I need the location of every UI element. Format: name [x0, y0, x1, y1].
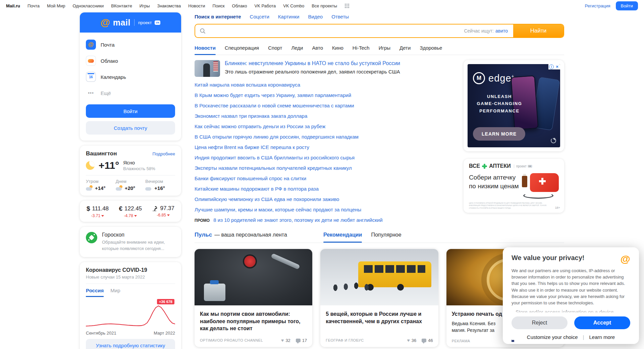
covid-tab-world[interactable]: Мир	[110, 288, 120, 297]
pulse-tab-recommendations[interactable]: Рекомендации	[323, 232, 362, 238]
news-link[interactable]: Экономист назвал три признака заката дол…	[195, 113, 307, 119]
promo-news-link[interactable]: 8 из 10 родителей не знают этого, поэтом…	[213, 217, 382, 223]
news-link[interactable]: Китай накрыла новая вспышка коронавируса	[195, 82, 300, 88]
register-link[interactable]: Регистрация	[585, 3, 610, 8]
sidebar-item-calendar[interactable]: Календарь	[86, 69, 175, 85]
cookie-dialog-title: We value your privacy!	[512, 254, 585, 262]
nav-moymir[interactable]: Мой Мир	[47, 3, 65, 8]
news-tab-igry[interactable]: Игры	[379, 45, 390, 51]
customize-choice-link[interactable]: Customize your choice	[527, 334, 578, 340]
search-tab-images[interactable]: Картинки	[278, 14, 300, 19]
news-link[interactable]: Эксперты назвали потенциальных получател…	[195, 165, 352, 171]
main-headline[interactable]: Блинкен: невступление Украины в НАТО не …	[195, 60, 449, 77]
news-item: Банки фиксируют повышенный спрос на слит…	[195, 176, 449, 182]
pulse-card-auto[interactable]: Как мы портим свои автомобили: наиболее …	[195, 249, 312, 347]
search-submit-button[interactable]: Найти	[513, 24, 564, 37]
pulse-title-link[interactable]: Пульс	[195, 232, 212, 238]
comment-icon	[296, 339, 301, 342]
learn-more-button[interactable]: LEARN MORE	[473, 127, 525, 141]
news-tab-deti[interactable]: Дети	[399, 45, 411, 51]
news-link[interactable]: Банки фиксируют повышенный спрос на слит…	[195, 176, 306, 181]
news-link[interactable]: Олимпийскую чемпионку из США едва не пох…	[195, 196, 339, 202]
news-tab-novosti[interactable]: Новости	[195, 45, 216, 51]
nav-oblako[interactable]: Облако	[232, 3, 247, 8]
comments-stat[interactable]: 46	[422, 338, 433, 343]
covid-stats-button[interactable]: Узнать подробную статистику	[86, 339, 175, 349]
sidebar-item-more[interactable]: Ещё	[86, 85, 175, 101]
search-tab-video[interactable]: Видео	[308, 14, 323, 19]
sidebar-login-button[interactable]: Войти	[86, 104, 175, 118]
nav-vse-proekty[interactable]: Все проекты	[312, 3, 337, 8]
news-tab-ledi[interactable]: Леди	[291, 45, 303, 51]
nav-vk-combo[interactable]: VK Combo	[283, 3, 304, 8]
horoscope-widget[interactable]: Гороскоп Обращайте внимание на идеи, кот…	[80, 227, 181, 257]
news-tab-specoperacia[interactable]: Спецоперация	[225, 45, 259, 51]
news-tab-kino[interactable]: Кино	[332, 45, 343, 51]
nav-odnoklassniki[interactable]: Одноклассники	[72, 3, 104, 8]
search-tab-web[interactable]: Поиск в интернете	[195, 14, 241, 19]
news-item: Экономист назвал три признака заката дол…	[195, 113, 449, 119]
news-tab-avto[interactable]: Авто	[312, 45, 323, 51]
nav-pochta[interactable]: Почта	[28, 3, 40, 8]
search-tab-answers[interactable]: Ответы	[331, 14, 349, 19]
news-item: Китайские машины подорожают в РФ в полто…	[195, 186, 449, 192]
news-link[interactable]: Индия продолжит ввозить в США бриллианты…	[195, 155, 355, 160]
headline-link[interactable]: Блинкен: невступление Украины в НАТО не …	[225, 60, 400, 67]
apteki-disclaimer: ЦЕНА УСТАНОВЛЕНА АПТЕКОЙ-ПРОДАВЦОМ НА ДА…	[469, 202, 548, 209]
apteki-ad[interactable]: ВСЕ АПТЕКИ проект Собери аптечку по низк…	[464, 159, 564, 213]
news-link[interactable]: В США открыли горячую линию для россиян,…	[195, 134, 359, 140]
ad-refresh-icon[interactable]	[551, 138, 556, 143]
learn-more-link[interactable]: Learn more	[589, 334, 615, 340]
rate-value: 122.45	[124, 205, 142, 212]
pulse-subtitle: — ваша персональная лента	[214, 232, 287, 238]
nav-poisk[interactable]: Поиск	[213, 3, 225, 8]
create-mail-button[interactable]: Создать почту	[86, 121, 175, 135]
covid-tab-russia[interactable]: Россия	[86, 288, 104, 297]
card-image-bus	[320, 249, 438, 305]
accept-button[interactable]: Accept	[574, 316, 630, 329]
search-input[interactable]	[209, 24, 464, 37]
sidebar-item-cloud[interactable]: Облако	[86, 53, 175, 69]
likes-stat[interactable]: 36	[407, 338, 416, 343]
sidebar: mail проект Почта Облако Календарь	[80, 12, 181, 349]
sidebar-item-label: Почта	[101, 42, 115, 48]
ad-info-icon[interactable]	[549, 64, 554, 69]
ad-close-icon[interactable]	[555, 64, 559, 69]
sidebar-item-mail[interactable]: Почта	[86, 37, 175, 53]
news-link[interactable]: Как сейчас можно отправить деньги из Рос…	[195, 123, 325, 129]
reject-button[interactable]: Reject	[512, 316, 568, 329]
search-tab-social[interactable]: Соцсети	[250, 14, 269, 19]
weather-details-link[interactable]: Подробнее	[153, 151, 175, 156]
news-tab-sport[interactable]: Спорт	[268, 45, 282, 51]
pulse-card-bus[interactable]: 5 вещей, которые в России лучше и качест…	[320, 249, 438, 347]
comments-stat[interactable]: 17	[296, 338, 307, 343]
cookie-dialog-body: We and our partners are using cookies, I…	[512, 267, 630, 306]
card-source[interactable]: ГЕОГРАФ И ГЛОБУС	[326, 338, 401, 342]
news-link[interactable]: В Роскачестве рассказали о новой схеме м…	[195, 103, 354, 108]
rate-usd[interactable]: $ 111.48 -3.71	[87, 205, 109, 218]
cloud-sun-icon	[86, 186, 93, 191]
top-login-button[interactable]: Войти	[616, 1, 638, 10]
apps-grid-icon[interactable]	[344, 3, 350, 8]
news-link[interactable]: В Крым можно будет ездить через Украину,…	[195, 92, 351, 98]
card-source[interactable]: OPTIMAVOD PROAUTO CHANNEL	[200, 338, 276, 342]
news-link[interactable]: Китайские машины подорожают в РФ в полто…	[195, 186, 319, 192]
news-link[interactable]: Лучшие шампуни, кремы и маски, которые с…	[195, 207, 361, 212]
now-searching-term[interactable]: авито	[495, 28, 508, 34]
brand-mailru[interactable]: Mail.ru	[6, 3, 20, 8]
nav-vk-rabota[interactable]: VK Работа	[254, 3, 276, 8]
motorola-ad[interactable]: edge+ UNLEASH GAME-CHANGING PERFORMANCE …	[464, 60, 564, 151]
news-link[interactable]: Цена нефти Brent на бирже ICE перешла к …	[195, 144, 309, 150]
nav-novosti[interactable]: Новости	[188, 3, 205, 8]
rate-value: 97.37	[160, 205, 174, 212]
rate-eur[interactable]: € 122.45 -4.78	[119, 205, 142, 218]
nav-igry[interactable]: Игры	[140, 3, 150, 8]
rate-oil[interactable]: 97.37 -6.85	[152, 205, 174, 218]
news-tab-zdorovie[interactable]: Здоровье	[420, 45, 442, 51]
pulse-tab-popular[interactable]: Популярное	[371, 232, 401, 238]
mailru-at-icon	[101, 17, 110, 28]
likes-stat[interactable]: 32	[281, 338, 290, 343]
nav-vkontakte[interactable]: ВКонтакте	[111, 3, 132, 8]
nav-znakomstva[interactable]: Знакомства	[157, 3, 181, 8]
news-tab-hitech[interactable]: Hi-Tech	[353, 45, 370, 51]
